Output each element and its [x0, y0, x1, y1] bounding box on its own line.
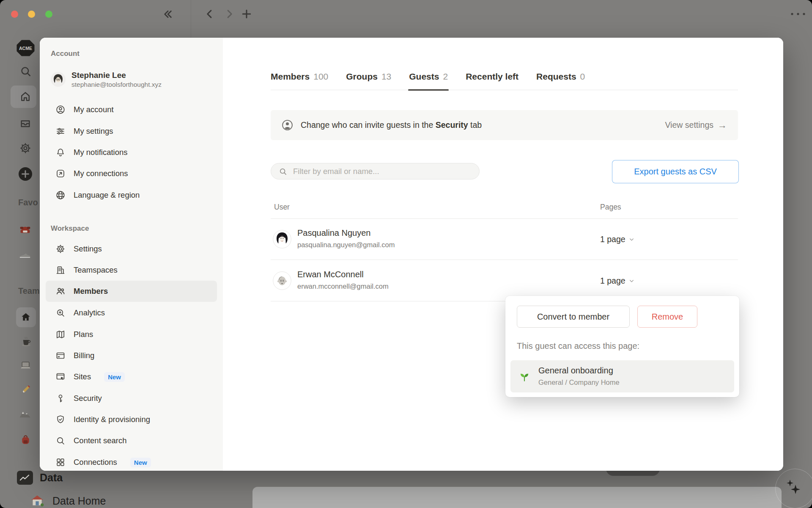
sidebar-item-data[interactable]: Data	[40, 472, 63, 484]
settings-gear-icon[interactable]	[19, 142, 31, 154]
magnifier-plus-icon	[55, 308, 66, 318]
sidebar-item-my-notifications[interactable]: My notifications	[46, 142, 217, 163]
inbox-icon[interactable]	[19, 118, 31, 130]
guest-name: Pasqualina Nguyen	[297, 228, 370, 238]
accessible-page-item[interactable]: General onboarding General / Company Hom…	[510, 360, 734, 392]
user-column-header: User	[274, 203, 290, 212]
sidebar-item-my-account[interactable]: My account	[46, 99, 217, 120]
tab-count: 0	[580, 72, 585, 82]
traffic-light-minimize[interactable]	[28, 11, 35, 18]
shield-check-icon	[55, 414, 66, 425]
ai-assistant-button[interactable]	[775, 469, 812, 508]
new-tab-icon[interactable]	[241, 8, 252, 20]
teamspaces-section-label: Team	[18, 286, 40, 296]
row-divider	[271, 260, 738, 260]
search-icon[interactable]	[19, 65, 32, 77]
avatar	[51, 72, 66, 87]
filter-input[interactable]	[292, 166, 475, 177]
settings-sidebar: Account Stephanie Lee stephanie@toolsfor…	[40, 38, 223, 471]
sidebar-item-my-settings[interactable]: My settings	[46, 121, 217, 142]
pages-dropdown[interactable]: 1 page	[600, 260, 635, 301]
pages-column-header: Pages	[600, 203, 621, 212]
back-icon[interactable]	[204, 8, 216, 20]
tab-groups[interactable]: Groups13	[346, 63, 391, 90]
profile-name: Stephanie Lee	[71, 70, 162, 80]
sliders-icon	[55, 126, 66, 136]
guest-row: Pasqualina Nguyen pasqualina.nguyen@gmai…	[271, 219, 738, 260]
profile-email: stephanie@toolsforthought.xyz	[71, 80, 162, 89]
favorite-phone-icon[interactable]	[19, 224, 31, 236]
guest-filter	[271, 163, 480, 179]
dimmed-page-card	[252, 487, 782, 508]
members-settings-panel: Members100 Groups13 Guests2 Recently lef…	[223, 38, 783, 471]
teamspace-laptop-icon[interactable]	[19, 359, 32, 372]
data-home-icon[interactable]	[30, 493, 45, 508]
sidebar-item-identity-provisioning[interactable]: Identity & provisioning	[46, 409, 217, 430]
data-section-icon[interactable]	[17, 471, 33, 485]
bell-icon	[55, 147, 66, 157]
guest-email: erwan.mcconnell@gmail.com	[297, 282, 389, 290]
sprout-icon	[518, 370, 531, 382]
tab-count: 2	[443, 72, 448, 82]
key-icon	[55, 393, 66, 403]
chevron-down-icon	[628, 278, 635, 284]
forward-icon[interactable]	[223, 8, 235, 20]
guest-name: Erwan McConnell	[297, 270, 364, 279]
remove-guest-button[interactable]: Remove	[637, 306, 697, 328]
sidebar-item-sites[interactable]: Sites New	[46, 366, 217, 387]
tab-count: 13	[381, 72, 391, 82]
teamspace-mountain-icon[interactable]	[19, 408, 32, 421]
avatar	[273, 230, 291, 248]
sidebar-item-security[interactable]: Security	[46, 388, 217, 409]
new-badge: New	[130, 458, 151, 467]
sidebar-item-billing[interactable]: Billing	[46, 345, 217, 366]
tab-members[interactable]: Members100	[271, 63, 328, 90]
profile-row[interactable]: Stephanie Lee stephanie@toolsforthought.…	[51, 70, 162, 89]
convert-to-member-button[interactable]: Convert to member	[517, 306, 630, 328]
map-icon	[55, 329, 66, 340]
banner-text: Change who can invite guests in the Secu…	[301, 120, 482, 130]
sidebar-item-data-home[interactable]: Data Home	[52, 495, 106, 507]
sidebar-item-my-connections[interactable]: My connections	[46, 163, 217, 184]
sidebar-item-settings[interactable]: Settings	[46, 238, 217, 260]
teamspace-backpack-icon[interactable]	[19, 434, 32, 447]
traffic-light-close[interactable]	[11, 11, 18, 18]
arrow-out-box-icon	[55, 168, 66, 179]
view-settings-link[interactable]: View settings →	[665, 120, 727, 131]
teamspace-pencil-icon[interactable]	[19, 384, 32, 396]
arrow-right-icon: →	[718, 120, 727, 131]
page-breadcrumb: General / Company Home	[538, 378, 620, 387]
chevron-down-icon	[628, 236, 635, 243]
traffic-light-zoom[interactable]	[45, 11, 52, 18]
sidebar-item-plans[interactable]: Plans	[46, 324, 217, 345]
grid-icon	[55, 457, 66, 467]
teamspace-home-tile[interactable]	[16, 307, 36, 327]
workspace-section-label: Workspace	[51, 224, 89, 233]
sidebar-item-teamspaces[interactable]: Teamspaces	[46, 260, 217, 281]
favorites-section-label: Favo	[18, 198, 38, 207]
magnifier-icon	[55, 436, 66, 446]
tab-guests[interactable]: Guests2	[409, 63, 448, 90]
sidebar-item-analytics[interactable]: Analytics	[46, 302, 217, 323]
teamspace-coffee-icon[interactable]	[20, 335, 33, 348]
sidebar-item-members[interactable]: Members	[46, 281, 217, 302]
home-icon[interactable]	[19, 91, 31, 102]
new-badge: New	[104, 372, 125, 382]
sidebar-item-language-region[interactable]: Language & region	[46, 185, 217, 206]
settings-modal: Account Stephanie Lee stephanie@toolsfor…	[40, 38, 783, 471]
avatar	[273, 271, 291, 290]
tab-requests[interactable]: Requests0	[536, 63, 585, 90]
more-menu-icon[interactable]	[789, 11, 807, 17]
guest-email: pasqualina.nguyen@gmail.com	[297, 241, 395, 249]
pages-dropdown[interactable]: 1 page	[600, 219, 635, 260]
workspace-logo[interactable]: ACME	[16, 39, 35, 57]
favorite-sneaker-icon[interactable]	[18, 248, 31, 261]
sidebar-item-connections[interactable]: Connections New	[46, 452, 217, 471]
globe-icon	[55, 190, 66, 200]
sidebar-item-content-search[interactable]: Content search	[46, 430, 217, 451]
tab-recently-left[interactable]: Recently left	[466, 63, 518, 90]
members-tabs: Members100 Groups13 Guests2 Recently lef…	[271, 63, 738, 90]
export-guests-button[interactable]: Export guests as CSV	[612, 160, 739, 183]
new-page-button[interactable]	[18, 167, 33, 181]
collapse-sidebar-icon[interactable]	[162, 8, 173, 20]
